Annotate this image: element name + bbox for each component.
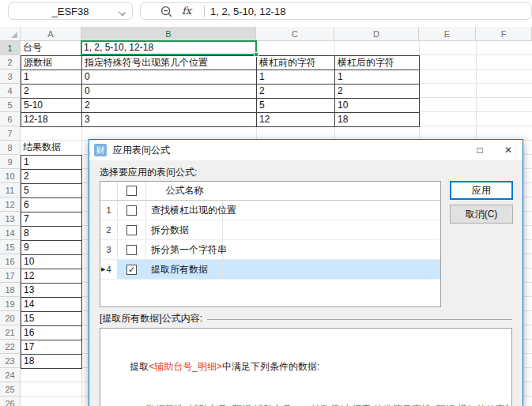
row-header-cell[interactable]: 24 <box>0 368 21 382</box>
fx-icon[interactable]: fx <box>182 5 191 17</box>
source-table-header-cell[interactable]: 指定特殊符号出现第几个位置 <box>81 55 256 70</box>
source-table-cell[interactable]: 12-18 <box>21 112 81 126</box>
row-header-cell[interactable]: 6 <box>0 112 21 126</box>
row-header-cell[interactable]: 14 <box>0 226 21 240</box>
row-header-cell[interactable]: 17 <box>0 269 21 283</box>
formula-list-row[interactable]: 3 拆分第一个字符串 <box>100 240 440 260</box>
cancel-button[interactable]: 取消(C) <box>450 205 513 224</box>
result-cell[interactable]: 14 <box>21 297 81 311</box>
formula-list-row[interactable]: 2 拆分数据 <box>100 220 440 240</box>
source-table-cell[interactable]: 0 <box>81 84 256 98</box>
dialog-titlebar[interactable]: 财 应用表间公式 □ ✕ <box>89 140 523 160</box>
row-header-cell[interactable]: 20 <box>0 311 21 325</box>
select-all-checkbox[interactable] <box>126 186 137 196</box>
source-table-cell[interactable]: 5-10 <box>21 98 81 112</box>
source-table-cell[interactable]: 1 <box>21 70 81 84</box>
row-header-cell[interactable]: 8 <box>0 141 21 155</box>
cell-a1[interactable]: 台号 <box>21 41 81 55</box>
row-header-cell[interactable]: 3 <box>0 70 21 84</box>
source-table-cell[interactable]: 1 <box>334 70 419 84</box>
formula-list-row[interactable]: ▶ 4 ✓ 提取所有数据 <box>100 260 440 280</box>
formula-name-cell: 拆分数据 <box>146 220 223 239</box>
row-header-cell[interactable]: 11 <box>0 183 21 197</box>
source-table-cell[interactable]: 2 <box>21 84 81 98</box>
close-button[interactable]: ✕ <box>494 145 523 156</box>
row-header-cell[interactable]: 5 <box>0 98 21 112</box>
source-table-cell[interactable]: 2 <box>81 98 256 112</box>
row-header-cell[interactable]: 16 <box>0 254 21 269</box>
formula-checkbox[interactable]: ✓ <box>126 265 137 275</box>
apply-button[interactable]: 应用 <box>450 181 513 200</box>
source-table-header-cell[interactable]: 横杠前的字符 <box>256 55 334 70</box>
row-header-cell[interactable]: 25 <box>0 382 21 397</box>
formula-checkbox[interactable] <box>126 205 137 216</box>
column-header-cell[interactable]: B <box>81 27 256 41</box>
row-header-cell[interactable]: 7 <box>0 126 21 141</box>
result-cell[interactable]: 2 <box>21 169 81 183</box>
result-cell[interactable]: 8 <box>21 226 81 240</box>
source-table: 源数据 指定特殊符号出现第几个位置 横杠前的字符 横杠后的字符 1 0 1 1 … <box>21 55 420 127</box>
column-header-cell[interactable]: C <box>256 27 334 41</box>
chevron-down-icon[interactable] <box>119 9 126 16</box>
select-all-corner[interactable] <box>0 27 21 41</box>
row-header-cell[interactable]: 23 <box>0 354 21 368</box>
source-table-cell[interactable]: 2 <box>256 84 334 98</box>
column-header-cell[interactable]: F <box>476 27 532 41</box>
result-cell[interactable]: 18 <box>21 354 81 368</box>
formula-checkbox[interactable] <box>126 225 137 235</box>
row-header-cell[interactable]: 1 <box>0 41 21 55</box>
selected-cell-b1[interactable]: 1, 2, 5-10, 12-18 <box>81 40 257 55</box>
row-header-cell[interactable]: 4 <box>0 84 21 98</box>
source-table-cell[interactable]: 3 <box>81 112 256 126</box>
row-filler <box>223 220 440 239</box>
result-cell[interactable]: 6 <box>21 197 81 212</box>
column-header-cell[interactable]: D <box>334 27 419 41</box>
maximize-button[interactable]: □ <box>466 145 494 156</box>
formula-name: 拆分第一个字符串 <box>146 243 227 257</box>
result-cell[interactable]: 9 <box>21 240 81 254</box>
source-table-cell[interactable]: 2 <box>334 84 419 98</box>
row-header-cell[interactable]: 26 <box>0 397 21 406</box>
result-cell[interactable]: 13 <box>21 283 81 297</box>
row-header-cell[interactable]: 12 <box>0 197 21 212</box>
source-table-cell[interactable]: 12 <box>256 112 334 126</box>
source-table-header-cell[interactable]: 源数据 <box>21 55 81 70</box>
result-cell[interactable]: 7 <box>21 212 81 226</box>
formula-content-box[interactable]: 提取<辅助台号_明细>中满足下列条件的数据: <数据筛选: 辅助台号_明细.辅助… <box>100 328 512 406</box>
source-table-cell[interactable]: 0 <box>81 70 256 84</box>
row-checkbox-cell: ✓ <box>118 260 146 279</box>
result-cell[interactable]: 1 <box>21 155 81 169</box>
source-table-cell[interactable]: 18 <box>334 112 419 126</box>
source-table-cell[interactable]: 1 <box>256 70 334 84</box>
formula-list-row[interactable]: 1 查找横杠出现的位置 <box>100 201 440 220</box>
formula-checkbox[interactable] <box>126 245 137 255</box>
result-cell[interactable]: 12 <box>21 269 81 283</box>
formula-input[interactable]: 1, 2, 5-10, 12-18 <box>210 6 285 17</box>
fill-handle[interactable] <box>254 52 258 57</box>
row-header-cell[interactable]: 15 <box>0 240 21 254</box>
result-cell[interactable]: 17 <box>21 340 81 354</box>
result-cell[interactable]: 5 <box>21 183 81 197</box>
row-header-cell[interactable]: 18 <box>0 283 21 297</box>
column-headers: ABCDEF <box>21 27 532 41</box>
result-cell[interactable]: 15 <box>21 311 81 325</box>
source-table-cell[interactable]: 5 <box>256 98 334 112</box>
row-header-cell[interactable]: 2 <box>0 55 21 70</box>
row-header-cell[interactable]: 22 <box>0 340 21 354</box>
column-header-cell[interactable]: A <box>21 27 81 41</box>
table-row: 1 0 1 1 <box>21 70 419 84</box>
zoom-out-icon[interactable] <box>160 6 173 18</box>
row-header-cell[interactable]: 19 <box>0 297 21 311</box>
row-header-cell[interactable]: 13 <box>0 212 21 226</box>
column-header-cell[interactable]: E <box>419 27 476 41</box>
result-header-cell[interactable]: 结果数据 <box>21 141 81 155</box>
result-cell[interactable]: 16 <box>21 325 81 340</box>
row-header-cell[interactable]: 9 <box>0 155 21 169</box>
row-header-cell[interactable]: 10 <box>0 169 21 183</box>
source-table-header-cell[interactable]: 横杠后的字符 <box>334 55 419 70</box>
source-table-cell[interactable]: 10 <box>334 98 419 112</box>
row-headers: 1234567891011121314151617181920212223242… <box>0 41 21 406</box>
name-box[interactable]: _ESF38 <box>8 2 133 20</box>
row-header-cell[interactable]: 21 <box>0 325 21 340</box>
result-cell[interactable]: 10 <box>21 254 81 269</box>
